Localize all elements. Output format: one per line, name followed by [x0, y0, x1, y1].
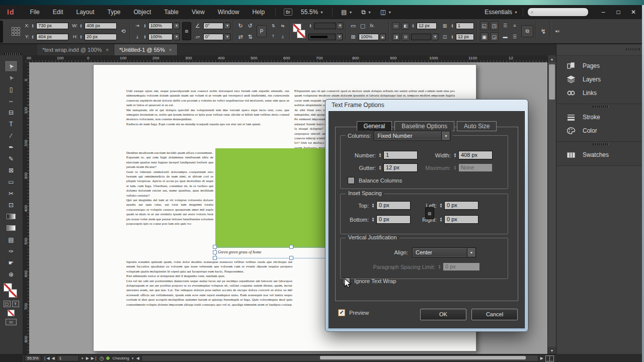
eyedropper-tool[interactable]: ✑: [5, 245, 18, 257]
tab-auto-size[interactable]: Auto Size: [457, 121, 497, 131]
arrange-documents-button[interactable]: ◫▼: [380, 9, 391, 16]
fill-stroke-swatches[interactable]: [293, 24, 306, 39]
gradient-tool[interactable]: [5, 211, 18, 222]
wrap-none-button[interactable]: ▭: [392, 22, 400, 30]
gutter-stepper[interactable]: ▲▼: [378, 165, 382, 170]
note-tool[interactable]: ▤: [5, 234, 18, 245]
menu-table[interactable]: Table: [157, 5, 185, 19]
free-transform-tool[interactable]: ⊡: [5, 199, 18, 211]
wrap-object-shape-button[interactable]: ◨: [392, 33, 400, 41]
h-stepper[interactable]: ▲▼: [79, 35, 83, 39]
direct-selection-tool[interactable]: ➤: [5, 72, 18, 83]
effects-icon[interactable]: fx.: [368, 22, 376, 30]
dock-grip[interactable]: [626, 48, 639, 50]
menu-type[interactable]: Type: [101, 5, 127, 19]
scale-x-stepper[interactable]: ▲▼: [143, 24, 147, 28]
formatting-affects-text-button[interactable]: T: [12, 301, 19, 307]
maximize-button[interactable]: □: [611, 7, 626, 18]
w-stepper[interactable]: ▲▼: [79, 24, 83, 28]
tab-text-wrap-indd[interactable]: *text wrap.indd @ 100% ×: [37, 44, 114, 55]
x-position-field[interactable]: 730 px: [36, 23, 68, 29]
columns-number-field[interactable]: 1: [456, 23, 474, 29]
scroll-right-icon[interactable]: ▶: [540, 356, 543, 360]
justify-icon[interactable]: ☰: [511, 33, 519, 41]
control-panel-grip[interactable]: [0, 21, 3, 43]
menu-layout[interactable]: Layout: [69, 5, 101, 19]
columns-stepper[interactable]: ▲▼: [450, 24, 454, 28]
vertical-ruler[interactable]: 0 100 200 300 400 500 600 700 800: [23, 62, 30, 354]
close-button[interactable]: ✕: [626, 7, 641, 18]
screen-mode-button[interactable]: ⧉▼: [361, 9, 371, 16]
wrap-options-field[interactable]: [411, 34, 431, 40]
constrain-scale-link-icon[interactable]: ⧈: [182, 22, 191, 40]
drop-shadow-icon[interactable]: ⊞: [349, 33, 357, 41]
width-stepper[interactable]: ▲▼: [453, 153, 457, 158]
align-dropdown[interactable]: Center ▼: [412, 247, 476, 257]
rotate-cw-icon[interactable]: ↻: [236, 22, 245, 30]
scroll-left-icon[interactable]: ◀: [136, 356, 139, 360]
vertical-scrollbar-thumb[interactable]: [549, 64, 555, 100]
panel-button-pages[interactable]: Pages: [556, 59, 644, 72]
inset-top-stepper[interactable]: ▲▼: [371, 203, 375, 208]
gap-tool[interactable]: ⇔: [5, 95, 18, 107]
scroll-up-icon[interactable]: ▲: [548, 55, 556, 62]
height-field[interactable]: 20 px: [85, 34, 117, 40]
chevron-down-icon[interactable]: ▼: [338, 23, 343, 29]
scale-x-field[interactable]: 100%: [148, 23, 173, 29]
text-frame-column1-bottom[interactable]: luptatis eosumis quistam quam, volut dol…: [126, 260, 292, 332]
gutter-field[interactable]: 12 px: [383, 163, 418, 172]
zoom-tool[interactable]: ⊕: [5, 268, 18, 280]
close-icon[interactable]: ×: [169, 47, 172, 53]
inset-right-field[interactable]: 0 px: [444, 215, 478, 224]
wrap-offset-stepper[interactable]: ▲▼: [411, 24, 415, 28]
wrap-jump-button[interactable]: ⊟: [401, 33, 410, 41]
previous-page-icon[interactable]: ◀: [52, 356, 55, 360]
zoom-level-dropdown[interactable]: 55.5%▼: [301, 9, 324, 16]
scissors-tool[interactable]: ✂: [5, 188, 18, 199]
type-tool[interactable]: T: [5, 118, 18, 130]
stroke-weight-stepper[interactable]: ▲▼: [308, 24, 312, 28]
selection-handle[interactable]: [289, 245, 293, 249]
panel-menu-icon[interactable]: ▾≡: [553, 28, 561, 35]
menu-file[interactable]: File: [23, 5, 46, 19]
pen-tool[interactable]: ✒: [5, 141, 18, 153]
constrain-dimensions-icon[interactable]: ⟲: [119, 28, 127, 35]
horizontal-scrollbar-thumb[interactable]: [320, 356, 526, 359]
panel-button-links[interactable]: Links: [556, 86, 644, 100]
distribute-horizontal-icon[interactable]: ⇆: [279, 22, 287, 30]
fill-stroke-controls[interactable]: [4, 283, 19, 298]
tab-baseline-options[interactable]: Baseline Options: [394, 121, 454, 131]
group-grip[interactable]: [593, 106, 609, 108]
chevron-right-icon[interactable]: ▶: [380, 34, 386, 40]
scale-y-field[interactable]: 100%: [148, 34, 173, 40]
selection-handle[interactable]: [213, 245, 217, 249]
page-number-field[interactable]: 1: [57, 355, 79, 361]
fit-proportionally-button[interactable]: ◲: [490, 32, 499, 41]
reference-point-proxy[interactable]: [12, 27, 20, 36]
wrap-offset-field[interactable]: 12 px: [417, 23, 437, 29]
center-content-button[interactable]: ▣: [480, 32, 489, 41]
chevron-down-icon[interactable]: ▼: [131, 357, 134, 360]
gutter-stepper[interactable]: ▲▼: [450, 35, 454, 39]
panel-button-stroke[interactable]: Stroke: [556, 110, 644, 124]
group-grip[interactable]: [593, 143, 609, 145]
rectangle-tool[interactable]: ▭: [5, 176, 18, 188]
tab-general[interactable]: General: [357, 121, 392, 131]
stroke-swatch-none[interactable]: [297, 30, 305, 38]
inset-top-field[interactable]: 0 px: [376, 201, 411, 210]
y-stepper[interactable]: ▲▼: [31, 35, 35, 39]
inset-right-stepper[interactable]: ▲▼: [439, 217, 443, 222]
chevron-down-icon[interactable]: ▼: [433, 34, 438, 40]
chevron-down-icon[interactable]: ▼: [225, 23, 230, 29]
hand-tool[interactable]: ☛: [5, 257, 18, 268]
align-top-icon[interactable]: ☰: [501, 22, 509, 30]
gradient-feather-tool[interactable]: [5, 222, 18, 234]
inset-bottom-field[interactable]: 0 px: [376, 215, 411, 224]
space-horizontal-icon[interactable]: ⤓: [279, 33, 287, 41]
y-position-field[interactable]: 404 px: [36, 34, 68, 40]
distribute-vertical-icon[interactable]: ⇅: [269, 22, 277, 30]
corner-shape-icon[interactable]: ▢: [359, 22, 367, 30]
menu-view[interactable]: View: [185, 5, 211, 19]
select-container-button[interactable]: P: [257, 25, 267, 37]
stroke-weight-field[interactable]: [314, 23, 336, 29]
